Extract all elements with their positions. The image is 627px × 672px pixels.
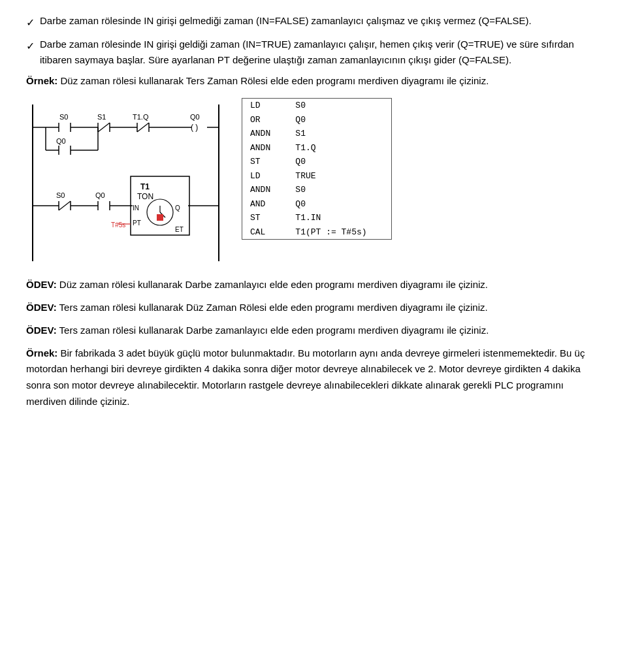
instruction-operand: S0: [287, 183, 391, 197]
instruction-row: ANDQ0: [242, 197, 391, 212]
example2-text: Örnek: Bir fabrikada 3 adet büyük güçlü …: [26, 345, 601, 410]
instruction-mnemonic: OR: [242, 113, 287, 127]
instruction-row: ANDNS1: [242, 127, 391, 141]
instruction-operand: TRUE: [287, 169, 391, 184]
svg-line-32: [59, 201, 71, 210]
example1-label: Örnek:: [26, 75, 57, 86]
odev3-label: ÖDEV:: [26, 325, 57, 336]
instruction-row: CALT1(PT := T#5s): [242, 225, 391, 240]
bullet-text-1: Darbe zaman rölesinde IN girişi gelmediğ…: [40, 13, 601, 29]
odev3-text: ÖDEV: Ters zaman rölesi kullanarak Darbe…: [26, 323, 601, 339]
svg-text:ET: ET: [175, 226, 184, 233]
odev3-desc: Ters zaman rölesi kullanarak Darbe zaman…: [57, 325, 489, 336]
instruction-mnemonic: ANDN: [242, 141, 287, 155]
instruction-operand: T1.Q: [287, 141, 391, 155]
svg-text:T1: T1: [140, 182, 150, 191]
svg-text:Q0: Q0: [56, 137, 66, 145]
instruction-table: LDS0ORQ0ANDNS1ANDNT1.QSTQ0LDTRUEANDNS0AN…: [242, 98, 392, 240]
instruction-operand: Q0: [287, 113, 391, 127]
instruction-mnemonic: LD: [242, 99, 287, 113]
bullet-item-2: ✓ Darbe zaman rölesinde IN girişi geldiğ…: [26, 37, 601, 68]
svg-text:T#5s: T#5s: [111, 221, 125, 229]
instruction-mnemonic: ANDN: [242, 127, 287, 141]
instruction-mnemonic: LD: [242, 169, 287, 184]
instruction-operand: Q0: [287, 155, 391, 169]
svg-rect-52: [157, 214, 163, 221]
bullet-text-2: Darbe zaman rölesinde IN girişi geldiği …: [40, 37, 601, 68]
odev1-desc: Düz zaman rölesi kullanarak Darbe zamanl…: [57, 279, 488, 290]
odev2-section: ÖDEV: Ters zaman rölesi kullanarak Düz Z…: [26, 300, 601, 316]
example2-desc: Bir fabrikada 3 adet büyük güçlü motor b…: [26, 347, 585, 407]
odev2-label: ÖDEV:: [26, 302, 57, 313]
instruction-mnemonic: ST: [242, 155, 287, 169]
checkmark-icon-1: ✓: [26, 14, 35, 31]
svg-text:Q0: Q0: [190, 113, 200, 121]
odev2-text: ÖDEV: Ters zaman rölesi kullanarak Düz Z…: [26, 300, 601, 316]
ladder-diagram: S0 S1 T1.Q ( ) Q0: [26, 98, 229, 268]
svg-text:S0: S0: [59, 113, 68, 121]
diagram-area: S0 S1 T1.Q ( ) Q0: [26, 98, 601, 268]
instruction-mnemonic: ST: [242, 211, 287, 225]
svg-line-15: [137, 123, 149, 132]
instruction-row: STQ0: [242, 155, 391, 169]
svg-text:S0: S0: [56, 191, 65, 199]
instruction-operand: T1.IN: [287, 211, 391, 225]
instruction-row: ANDNT1.Q: [242, 141, 391, 155]
example2-label: Örnek:: [26, 347, 57, 359]
instruction-row: ANDNS0: [242, 183, 391, 197]
instruction-row: LDS0: [242, 99, 391, 113]
instruction-mnemonic: CAL: [242, 225, 287, 240]
instruction-operand: T1(PT := T#5s): [287, 225, 391, 240]
instruction-row: ORQ0: [242, 113, 391, 127]
svg-text:Q: Q: [175, 204, 180, 212]
svg-text:IN: IN: [133, 204, 139, 212]
svg-text:Q0: Q0: [95, 191, 105, 199]
svg-text:S1: S1: [97, 113, 106, 121]
instruction-mnemonic: ANDN: [242, 183, 287, 197]
odev1-section: ÖDEV: Düz zaman rölesi kullanarak Darbe …: [26, 277, 601, 293]
svg-text:T1.Q: T1.Q: [133, 113, 149, 121]
svg-text:( ): ( ): [191, 123, 198, 132]
odev2-desc: Ters zaman rölesi kullanarak Düz Zaman R…: [57, 302, 488, 313]
odev3-section: ÖDEV: Ters zaman rölesi kullanarak Darbe…: [26, 323, 601, 339]
example1-desc: Düz zaman rölesi kullanarak Ters Zaman R…: [57, 75, 489, 86]
instruction-list: LDS0ORQ0ANDNS1ANDNT1.QSTQ0LDTRUEANDNS0AN…: [242, 99, 391, 239]
ladder-svg: S0 S1 T1.Q ( ) Q0: [26, 98, 229, 268]
odev1-label: ÖDEV:: [26, 279, 57, 290]
example1-text: Örnek: Düz zaman rölesi kullanarak Ters …: [26, 73, 601, 89]
instruction-row: STT1.IN: [242, 211, 391, 225]
example1-section: Örnek: Düz zaman rölesi kullanarak Ters …: [26, 73, 601, 89]
instruction-mnemonic: AND: [242, 197, 287, 212]
instruction-operand: S0: [287, 99, 391, 113]
instruction-operand: S1: [287, 127, 391, 141]
bullet-item-1: ✓ Darbe zaman rölesinde IN girişi gelmed…: [26, 13, 601, 31]
odev1-text: ÖDEV: Düz zaman rölesi kullanarak Darbe …: [26, 277, 601, 293]
instruction-row: LDTRUE: [242, 169, 391, 184]
svg-text:PT: PT: [133, 219, 141, 227]
instruction-operand: Q0: [287, 197, 391, 212]
checkmark-icon-2: ✓: [26, 38, 35, 55]
svg-line-10: [98, 123, 110, 132]
svg-text:TON: TON: [137, 192, 153, 201]
example2-section: Örnek: Bir fabrikada 3 adet büyük güçlü …: [26, 345, 601, 410]
